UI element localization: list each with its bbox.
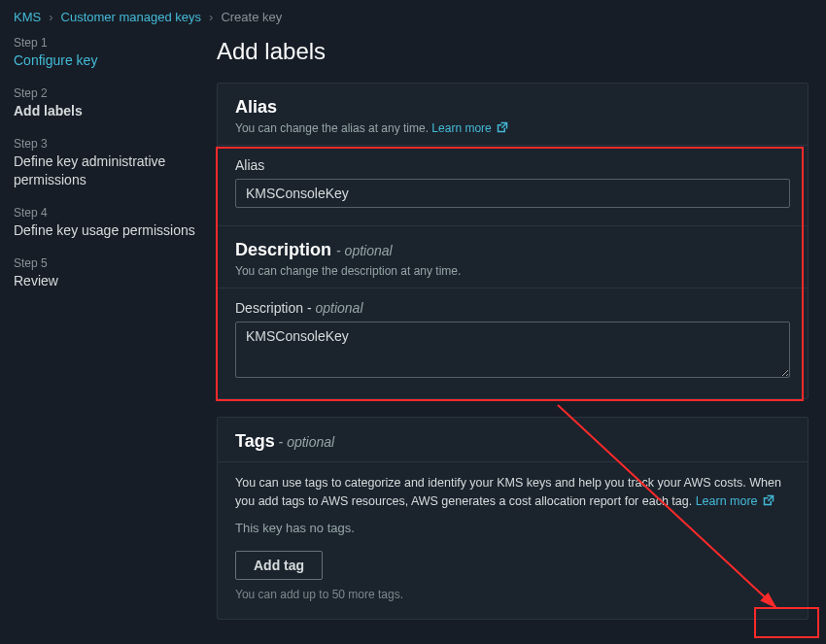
breadcrumb-cmk[interactable]: Customer managed keys	[61, 10, 202, 24]
external-link-icon	[763, 493, 774, 505]
step-label: Define key usage permissions	[14, 221, 195, 239]
wizard-sidebar: Step 1 Configure key Step 2 Add labels S…	[0, 32, 209, 644]
step-label: Add labels	[14, 102, 195, 119]
tags-limit-text: You can add up to 50 more tags.	[235, 588, 790, 601]
tags-empty-text: This key has no tags.	[235, 521, 790, 535]
step-label: Review	[14, 272, 195, 289]
step-1[interactable]: Step 1 Configure key	[14, 36, 195, 69]
step-2[interactable]: Step 2 Add labels	[14, 86, 195, 119]
step-label: Configure key	[14, 51, 195, 69]
add-tag-button[interactable]: Add tag	[235, 551, 323, 580]
step-label: Define key administrative permissions	[14, 153, 195, 187]
alias-panel-title: Alias	[235, 97, 277, 117]
step-3[interactable]: Step 3 Define key administrative permiss…	[14, 137, 195, 187]
alias-learn-more-link[interactable]: Learn more	[431, 121, 508, 135]
tags-panel: Tags - optional You can use tags to cate…	[217, 417, 809, 620]
external-link-icon	[497, 121, 508, 133]
page-title: Add labels	[217, 38, 809, 65]
step-num: Step 3	[14, 137, 195, 151]
tags-learn-more-link[interactable]: Learn more	[696, 494, 774, 508]
alias-field-label: Alias	[235, 157, 790, 173]
breadcrumb-kms[interactable]: KMS	[14, 10, 41, 24]
alias-panel: Alias You can change the alias at any ti…	[217, 83, 809, 399]
step-4[interactable]: Step 4 Define key usage permissions	[14, 206, 195, 239]
step-num: Step 1	[14, 36, 195, 50]
step-num: Step 4	[14, 206, 195, 220]
breadcrumb: KMS › Customer managed keys › Create key	[0, 0, 826, 32]
step-num: Step 2	[14, 86, 195, 100]
alias-panel-sub: You can change the alias at any time. Le…	[235, 121, 790, 135]
breadcrumb-current: Create key	[221, 10, 282, 24]
wizard-actions: Cancel Previous Next	[217, 637, 809, 645]
description-panel-title: Description - optional	[235, 240, 393, 259]
tags-panel-title: Tags - optional	[235, 431, 334, 451]
description-input[interactable]	[235, 322, 790, 378]
description-panel-sub: You can change the description at any ti…	[235, 264, 790, 278]
chevron-right-icon: ›	[209, 10, 213, 24]
description-field-label: Description - optional	[235, 300, 790, 316]
step-5[interactable]: Step 5 Review	[14, 256, 195, 289]
step-num: Step 5	[14, 256, 195, 270]
chevron-right-icon: ›	[49, 10, 52, 24]
alias-input[interactable]	[235, 179, 790, 208]
tags-helper-text: You can use tags to categorize and ident…	[235, 474, 790, 511]
